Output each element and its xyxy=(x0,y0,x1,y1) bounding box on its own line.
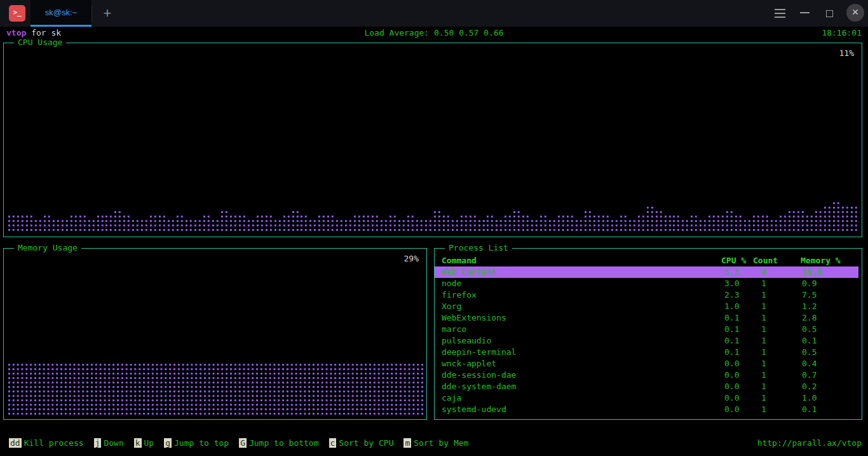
vtop-link[interactable]: http://parall.ax/vtop xyxy=(757,438,862,449)
table-row[interactable]: Web Content5.3419.8 xyxy=(435,266,858,278)
cpu-history-bar xyxy=(51,219,60,232)
cpu-history-bar xyxy=(25,214,34,232)
cpu-history-bar xyxy=(832,201,841,232)
table-row[interactable]: WebExtensions0.112.8 xyxy=(435,312,862,324)
shortcut-sort-by-cpu: cSort by CPU xyxy=(329,438,394,449)
table-row[interactable]: deepin-terminal0.110.5 xyxy=(435,347,862,358)
cpu-history-bar xyxy=(752,214,761,232)
table-row[interactable]: dde-session-dae0.010.7 xyxy=(435,370,862,381)
cell-cpu: 2.3 xyxy=(721,289,753,301)
cell-command: node xyxy=(435,278,721,289)
cell-memory: 0.4 xyxy=(801,358,862,370)
cpu-history-bar xyxy=(770,219,778,232)
column-header-count[interactable]: Count xyxy=(753,255,801,266)
cpu-history-bar xyxy=(548,219,557,232)
cell-command: Web Content xyxy=(435,266,721,278)
process-rows: Web Content5.3419.8node3.010.9firefox2.3… xyxy=(435,266,862,415)
table-row[interactable]: Xorg1.011.2 xyxy=(435,301,862,312)
tab-divider xyxy=(92,5,92,22)
cell-cpu: 1.0 xyxy=(721,301,753,312)
shortcut-jump-to-top: gJump to top xyxy=(164,438,229,449)
cell-memory: 2.8 xyxy=(801,312,862,324)
memory-panel-title: Memory Usage xyxy=(14,243,81,252)
table-row[interactable]: pulseaudio0.110.1 xyxy=(435,335,862,347)
close-button[interactable]: × xyxy=(846,4,864,22)
table-row[interactable]: caja0.011.0 xyxy=(435,392,862,404)
cpu-history-bar xyxy=(601,214,610,232)
cpu-history-bar xyxy=(238,214,247,232)
cpu-history-bar xyxy=(166,219,175,232)
cpu-history-bar xyxy=(796,210,805,232)
load-average: Load Average: 0.50 0.57 0.66 xyxy=(0,28,868,38)
cpu-history-bar xyxy=(122,214,131,232)
column-header-memory[interactable]: Memory % xyxy=(801,255,862,266)
cpu-history-bar xyxy=(646,205,654,232)
keyboard-shortcuts: ddKill processjDownkUpgJump to topGJump … xyxy=(9,438,478,449)
cell-command: dde-session-dae xyxy=(435,370,721,381)
column-header-cpu[interactable]: CPU % xyxy=(721,255,753,266)
cpu-history-bar xyxy=(761,214,770,232)
shortcut-sort-by-mem: mSort by Mem xyxy=(403,438,468,449)
process-list-panel: Process List Command CPU % Count Memory … xyxy=(434,248,862,420)
cell-cpu: 0.0 xyxy=(721,381,753,392)
table-row[interactable]: node3.010.9 xyxy=(435,278,862,289)
cpu-history-bar xyxy=(681,219,689,232)
cpu-history-bar xyxy=(512,210,521,232)
cell-command: Xorg xyxy=(435,301,721,312)
cpu-history-bar xyxy=(158,214,166,232)
cell-command: deepin-terminal xyxy=(435,347,721,358)
restore-icon xyxy=(826,10,833,17)
cpu-history-bar xyxy=(814,210,823,232)
shortcut-label: Jump to top xyxy=(174,438,229,448)
cpu-history-bar xyxy=(707,214,716,232)
cpu-history-bar xyxy=(725,210,734,232)
cell-count: 1 xyxy=(753,347,801,358)
cell-command: pulseaudio xyxy=(435,335,721,347)
cell-count: 1 xyxy=(753,289,801,301)
footer: ddKill processjDownkUpgJump to topGJump … xyxy=(0,438,868,450)
cpu-history-bar xyxy=(574,219,583,232)
cpu-history-bar xyxy=(16,214,25,232)
cpu-history-bar xyxy=(149,214,158,232)
cpu-history-bar xyxy=(113,210,122,232)
hamburger-icon xyxy=(775,13,785,14)
cpu-history-bar xyxy=(69,214,78,232)
cell-memory: 0.7 xyxy=(801,370,862,381)
terminal-tab[interactable]: sk@sk:~ xyxy=(31,0,92,27)
minimize-icon xyxy=(800,12,810,13)
shortcut-label: Kill process xyxy=(24,438,84,448)
table-row[interactable]: dde-system-daem0.010.2 xyxy=(435,381,862,392)
table-row[interactable]: marco0.110.5 xyxy=(435,324,862,335)
cpu-history-bar xyxy=(619,214,628,232)
menu-button[interactable] xyxy=(774,8,785,19)
shortcut-label: Down xyxy=(104,438,123,448)
cell-cpu: 0.0 xyxy=(721,370,753,381)
cpu-history-bar xyxy=(654,210,663,232)
cpu-history-bar xyxy=(362,214,370,232)
cpu-history-bar xyxy=(264,214,273,232)
cpu-history-bar xyxy=(805,214,814,232)
cell-count: 1 xyxy=(753,358,801,370)
cell-cpu: 0.1 xyxy=(721,312,753,324)
cell-count: 1 xyxy=(753,392,801,404)
maximize-button[interactable] xyxy=(823,7,836,20)
table-row[interactable]: wnck-applet0.010.4 xyxy=(435,358,862,370)
table-row[interactable]: systemd-udevd0.010.1 xyxy=(435,404,862,415)
memory-history-chart xyxy=(7,363,423,416)
memory-usage-panel: Memory Usage 29% xyxy=(3,248,427,420)
cpu-history-bar xyxy=(202,214,211,232)
process-panel-title: Process List xyxy=(445,243,512,252)
cpu-history-bar xyxy=(370,214,379,232)
cpu-history-bar xyxy=(34,219,43,232)
new-tab-button[interactable]: + xyxy=(95,0,119,27)
table-row[interactable]: firefox2.317.5 xyxy=(435,289,862,301)
shortcut-key: j xyxy=(94,438,102,448)
cell-count: 1 xyxy=(753,312,801,324)
cell-command: WebExtensions xyxy=(435,312,721,324)
cell-command: wnck-applet xyxy=(435,358,721,370)
cell-memory: 0.5 xyxy=(801,324,862,335)
column-header-command[interactable]: Command xyxy=(435,255,721,266)
shortcut-jump-to-bottom: GJump to bottom xyxy=(239,438,318,449)
cpu-history-bar xyxy=(43,214,51,232)
minimize-button[interactable] xyxy=(799,7,810,18)
